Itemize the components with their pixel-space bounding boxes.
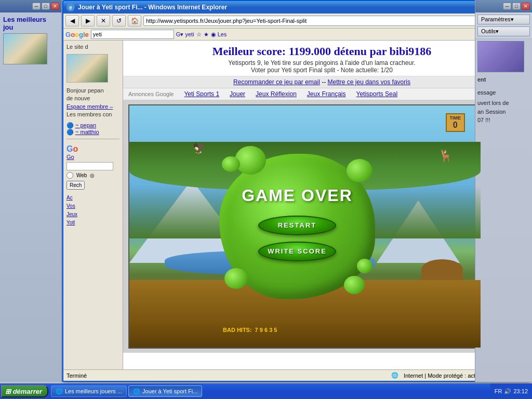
ent-label: ent [477, 75, 530, 84]
sidebar-image [66, 54, 108, 83]
browser-content: Le site d Bonjour pepan de nouve Espace … [63, 41, 529, 373]
browser-title: Jouer à Yeti sport Fi... - Windows Inter… [78, 4, 493, 11]
left-sidebar: Le site d Bonjour pepan de nouve Espace … [63, 41, 123, 373]
email-link[interactable]: Recommander ce jeu par email [233, 78, 320, 86]
game-over-text: GAME OVER [242, 186, 353, 205]
bookmark-star[interactable]: ☆ [196, 31, 202, 38]
bad-hits-values: 7 9 6 3 5 [255, 327, 277, 333]
sidebar-google-logo: Go [66, 144, 119, 154]
radio-web[interactable] [66, 172, 73, 179]
status-globe-icon: 🌐 [391, 372, 398, 379]
yetisports-seal-link[interactable]: Yetisports Seal [356, 90, 398, 98]
status-text: Terminé [66, 373, 391, 379]
google-search-input[interactable] [91, 30, 174, 39]
member-pepan: 🔵 ~ pepan [66, 122, 119, 129]
member-link-1[interactable]: ~ pepan [75, 122, 96, 128]
refresh-button[interactable]: ↺ [112, 15, 126, 26]
left-chrome-content: Les meilleurs jou [0, 12, 61, 71]
favorites-link[interactable]: Mettre ce jeu dans vos favoris [328, 78, 410, 86]
home-button[interactable]: 🏠 [128, 15, 141, 26]
parametres-button[interactable]: Paramètres▾ [477, 15, 530, 24]
main-area: Meilleur score: 1199.000 détenu par bibi… [123, 41, 521, 373]
address-input[interactable] [143, 16, 506, 26]
chrome-close-button[interactable]: ✕ [522, 3, 530, 10]
write-score-button[interactable]: WRITE SCORE [258, 242, 336, 261]
blob-bump-3 [224, 268, 248, 289]
left-chrome-panel: ─ □ ✕ Les meilleurs jou [0, 0, 62, 382]
taskbar-ie-icon-1: 🌐 [56, 388, 63, 395]
taskbar-item-2[interactable]: 🌐 Jouer à Yeti sport Fi... [128, 385, 202, 397]
right-chrome-content: ent essage uvert lors de an Session 07 !… [475, 39, 532, 127]
ie-icon: e [66, 3, 75, 11]
google-logo: Google [65, 31, 89, 38]
right-chrome-titlebar: ─ □ ✕ [475, 0, 532, 12]
stop-button[interactable]: ✕ [97, 15, 110, 26]
clock: 23:12 [513, 388, 528, 394]
game-header: Meilleur score: 1199.000 détenu par bibi… [123, 41, 521, 76]
start-button[interactable]: ⊞ démarrer [1, 385, 48, 397]
member-link-2[interactable]: ~ matthio [75, 129, 99, 135]
bird-icon: 🦅 [193, 142, 206, 154]
game-vote: Voter pour Yeti sport Final split - Note… [128, 66, 515, 74]
taskbar-item-1[interactable]: 🌐 Les meilleurs jouers ... [51, 385, 127, 397]
member-matthio: 🔵 ~ matthio [66, 129, 119, 136]
restart-button[interactable]: RESTART [258, 216, 336, 235]
right-chrome-panel: ─ □ ✕ Paramètres▾ Outils▾ ent essage uve… [475, 0, 532, 382]
jouer-link[interactable]: Jouer [230, 90, 245, 98]
les-link[interactable]: ◉ Les [211, 31, 227, 38]
left-chrome-image [3, 33, 47, 64]
google-search-dropdown[interactable]: G▾ yeti [176, 31, 194, 38]
bad-hits-row: BAD HITS: 7 9 6 3 5 [223, 327, 277, 333]
browser-toolbar: ◀ ▶ ✕ ↺ 🏠 Aller [63, 14, 529, 29]
bookmark-filled[interactable]: ★ [204, 31, 209, 38]
game-share-bar: Recommander ce jeu par email -- Mettre c… [123, 76, 521, 88]
taskbar: ⊞ démarrer 🌐 Les meilleurs jouers ... 🌐 … [0, 383, 532, 399]
jeux-reflexion-link[interactable]: Jeux Réflexion [256, 90, 297, 98]
chrome-max-button[interactable]: □ [512, 3, 521, 10]
sidebar-link-ac[interactable]: Ac [66, 195, 73, 201]
blob-bump-6 [357, 259, 373, 273]
game-score-title: Meilleur score: 1199.000 détenu par bibi… [128, 45, 515, 58]
forward-button[interactable]: ▶ [81, 15, 95, 26]
right-chrome-image [477, 41, 524, 72]
game-canvas: 🦅 TIME 0 🦌 [128, 104, 482, 349]
game-nav: Annonces Google Yeti Sports 1 Jouer Jeux… [123, 88, 521, 100]
message-label: essage [477, 88, 530, 97]
browser-statusbar: Terminé 🌐 Internet | Mode protégé : acti… [63, 369, 529, 381]
browser-window: e Jouer à Yeti sport Fi... - Windows Int… [62, 0, 530, 382]
left-chrome-min[interactable]: ─ [32, 3, 41, 10]
outils-button[interactable]: Outils▾ [477, 26, 530, 36]
sidebar-more-links: Ac Vos Jeux Yotl [66, 194, 119, 227]
bad-hits-label: BAD HITS: [223, 327, 252, 333]
yeti-sports-1-link[interactable]: Yeti Sports 1 [184, 90, 219, 98]
browser-titlebar: e Jouer à Yeti sport Fi... - Windows Int… [63, 1, 529, 14]
sidebar-greeting: Bonjour pepan de nouve Espace membre – L… [66, 87, 119, 119]
session-info: uvert lors de an Session 07 !!! [477, 99, 530, 125]
animal-icon: 🦌 [438, 149, 453, 163]
sidebar-link-jeux[interactable]: Jeux [66, 211, 77, 217]
game-page: Meilleur score: 1199.000 détenu par bibi… [123, 41, 521, 353]
left-chrome-title: Les meilleurs jou [3, 16, 58, 31]
back-button[interactable]: ◀ [65, 15, 79, 26]
google-go-link[interactable]: Go [66, 154, 74, 160]
blob-bump-1 [235, 146, 266, 175]
sidebar-search-input[interactable] [66, 162, 113, 170]
sidebar-link-vos[interactable]: Vos [66, 203, 75, 209]
google-toolbar: Google G▾ yeti ☆ ★ ◉ Les [63, 29, 529, 41]
blob-bump-5 [222, 156, 240, 172]
left-chrome-max[interactable]: □ [42, 3, 50, 10]
chrome-min-button[interactable]: ─ [503, 3, 511, 10]
member-icon-1: 🔵 [66, 122, 74, 129]
left-chrome-close[interactable]: ✕ [51, 3, 59, 10]
rock-1 [421, 259, 463, 280]
site-title: Le site d [66, 44, 119, 50]
taskbar-items: 🌐 Les meilleurs jouers ... 🌐 Jouer à Yet… [51, 385, 490, 397]
speaker-icon: 🔊 [504, 388, 511, 395]
sidebar-search-btn[interactable]: Rech [66, 181, 85, 190]
left-chrome-titlebar: ─ □ ✕ [0, 0, 61, 12]
blob-bump-2 [347, 159, 373, 182]
game-over-overlay: GAME OVER RESTART WRITE SCORE [219, 154, 375, 299]
sidebar-link-yotl[interactable]: Yotl [66, 220, 75, 225]
lang-indicator: FR [495, 388, 502, 394]
jeux-francais-link[interactable]: Jeux Français [307, 90, 346, 98]
